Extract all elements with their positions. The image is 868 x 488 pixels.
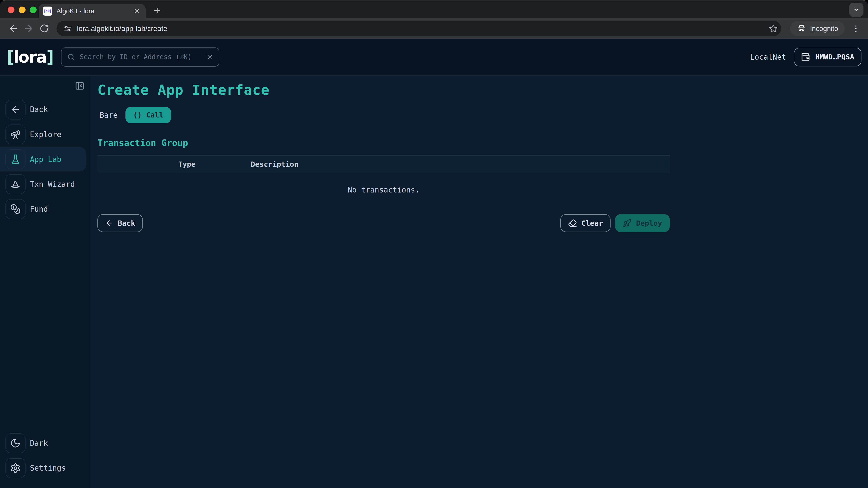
incognito-icon	[797, 24, 806, 33]
telescope-icon	[5, 125, 25, 144]
app-header: [lora] LocalNet HMWD…PQSA	[0, 39, 868, 76]
interface-tabs: Bare () Call	[97, 107, 868, 123]
transaction-table: Type Description No transactions.	[97, 155, 670, 195]
reload-icon[interactable]	[37, 21, 52, 36]
clear-button[interactable]: Clear	[560, 214, 611, 232]
browser-tab[interactable]: [ak] AlgoKit - lora	[39, 4, 146, 18]
new-tab-button[interactable]	[150, 3, 164, 18]
logo-bracket-open: [	[6, 48, 13, 66]
address-bar[interactable]: lora.algokit.io/app-lab/create	[57, 21, 781, 36]
bookmark-star-icon[interactable]	[769, 24, 778, 33]
forward-nav-icon	[21, 21, 37, 36]
empty-state-text: No transactions.	[97, 186, 670, 194]
deploy-button-label: Deploy	[636, 219, 662, 228]
deploy-button[interactable]: Deploy	[615, 214, 670, 232]
coins-icon	[5, 199, 25, 219]
wallet-address: HMWD…PQSA	[815, 53, 854, 61]
logo-text: lora	[13, 48, 46, 66]
tab-strip: [ak] AlgoKit - lora	[0, 0, 868, 18]
search-box[interactable]	[61, 47, 219, 67]
site-settings-icon[interactable]	[63, 24, 72, 33]
tab-favicon: [ak]	[43, 6, 52, 15]
table-col-type: Type	[178, 160, 251, 168]
arrow-left-icon	[105, 219, 114, 227]
tab-search-button[interactable]	[849, 3, 864, 17]
clear-button-label: Clear	[581, 219, 603, 228]
window-controls	[8, 6, 36, 13]
zoom-window-button[interactable]	[30, 6, 36, 13]
logo-bracket-close: ]	[46, 48, 53, 66]
section-title: Transaction Group	[97, 138, 868, 148]
network-label[interactable]: LocalNet	[750, 53, 786, 61]
sidebar: Back Explore App Lab	[0, 76, 90, 488]
search-clear-icon[interactable]	[206, 54, 213, 61]
action-buttons-row: Back Clear Deploy	[97, 214, 670, 232]
back-nav-icon[interactable]	[5, 21, 21, 36]
browser-window: [ak] AlgoKit - lora lora.algokit.io/a	[0, 0, 868, 488]
sidebar-item-settings[interactable]: Settings	[0, 456, 86, 480]
back-button[interactable]: Back	[97, 214, 143, 232]
back-button-label: Back	[118, 219, 135, 228]
eraser-icon	[568, 219, 577, 228]
rocket-icon	[623, 219, 631, 228]
sidebar-item-label: Explore	[30, 130, 61, 139]
main-content: Create App Interface Bare () Call Transa…	[90, 76, 868, 488]
sidebar-item-label: Dark	[30, 439, 48, 448]
wallet-button[interactable]: HMWD…PQSA	[794, 48, 862, 66]
minimize-window-button[interactable]	[19, 6, 25, 13]
lora-logo[interactable]: [lora]	[6, 48, 53, 66]
sidebar-item-label: App Lab	[30, 155, 61, 164]
tab-close-icon[interactable]	[132, 6, 141, 15]
sidebar-item-back[interactable]: Back	[0, 97, 86, 122]
flask-icon	[5, 149, 25, 169]
search-icon	[67, 53, 75, 61]
tab-bare[interactable]: Bare	[97, 111, 120, 120]
incognito-label: Incognito	[810, 25, 838, 33]
sidebar-item-label: Txn Wizard	[30, 180, 75, 189]
sidebar-item-app-lab[interactable]: App Lab	[0, 147, 86, 171]
wallet-icon	[801, 53, 810, 62]
search-input[interactable]	[80, 53, 202, 61]
tab-call[interactable]: () Call	[125, 107, 171, 123]
table-col-description: Description	[251, 160, 298, 168]
browser-toolbar: lora.algokit.io/app-lab/create Incognito	[0, 18, 868, 39]
lora-app: [lora] LocalNet HMWD…PQSA	[0, 39, 868, 488]
close-window-button[interactable]	[8, 6, 14, 13]
incognito-badge: Incognito	[790, 21, 845, 36]
arrow-left-icon	[5, 100, 25, 120]
sidebar-item-explore[interactable]: Explore	[0, 122, 86, 147]
sidebar-item-label: Back	[30, 105, 48, 114]
wizard-hat-icon	[5, 174, 25, 194]
page-title: Create App Interface	[97, 82, 868, 98]
sidebar-item-label: Fund	[30, 205, 48, 214]
sidebar-item-txn-wizard[interactable]: Txn Wizard	[0, 172, 86, 196]
moon-icon	[5, 433, 25, 453]
table-header-row: Type Description	[97, 155, 670, 173]
gear-icon	[5, 458, 25, 478]
sidebar-item-theme-dark[interactable]: Dark	[0, 431, 86, 455]
url-text[interactable]: lora.algokit.io/app-lab/create	[77, 24, 764, 33]
sidebar-item-label: Settings	[30, 464, 66, 473]
browser-menu-icon[interactable]	[849, 22, 863, 35]
tab-title: AlgoKit - lora	[57, 7, 128, 15]
sidebar-collapse-icon[interactable]	[74, 80, 86, 91]
sidebar-item-fund[interactable]: Fund	[0, 197, 86, 221]
